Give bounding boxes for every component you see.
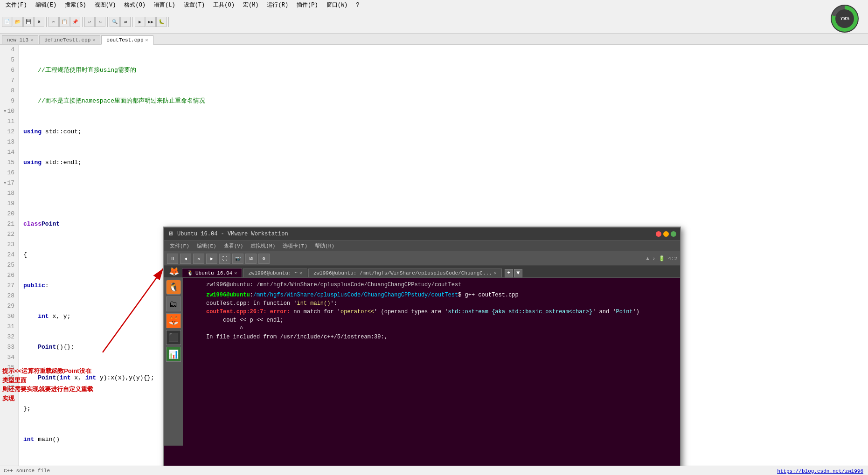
term-cmd-1: $ g++ coutTest.cpp (458, 292, 519, 298)
term-titlebar-path: zw1996@ubuntu: /mnt/hgfs/WinShare/cplusp… (206, 281, 677, 289)
network-percent: 79% (840, 16, 849, 21)
cut-button[interactable]: ✂ (49, 17, 59, 27)
ubuntu-tab-close[interactable]: ✕ (234, 270, 237, 276)
toolbar-run-group: ▶ ▶▶ 🐛 (135, 17, 169, 27)
term-menu-file[interactable]: 文件(F) (167, 241, 192, 250)
term-status-icons: ▲ ♪ 🔋 4:2 (646, 255, 677, 262)
editor-container: 4 5 6 7 8 9 ▼10 11 12 13 14 15 16 ▼17 18… (0, 45, 868, 466)
paste-button[interactable]: 📌 (70, 17, 80, 27)
ubuntu-icon-sidebar: 🦊 (166, 265, 182, 277)
toolbar: 📄 📂 💾 ✖ ✂ 📋 📌 ↩ ↪ 🔍 ⇄ ▶ ▶▶ 🐛 (0, 10, 868, 34)
terminal-toolbar: ⏸ ◀ ↻ ▶ ⛶ 📷 🖥 ⚙ ▲ ♪ 🔋 4:2 (164, 252, 680, 266)
menu-run[interactable]: 运行(R) (263, 0, 292, 10)
term-snapshot-btn[interactable]: 📷 (232, 254, 243, 264)
terminal-titlebar: 🖥 Ubuntu 16.04 - VMware Workstation (164, 227, 680, 241)
term-pause-btn[interactable]: ⏸ (167, 254, 178, 264)
term-line-4: cout << p << endl; (206, 316, 677, 324)
term-new-tab-btn[interactable]: + (505, 269, 513, 277)
term-menu-tabs[interactable]: 选项卡(T) (280, 241, 310, 250)
menu-search[interactable]: 搜索(S) (61, 0, 90, 10)
term-menu-vm[interactable]: 虚拟机(M) (248, 241, 278, 250)
menu-file[interactable]: 文件(F) (2, 0, 31, 10)
new-button[interactable]: 📄 (2, 17, 12, 27)
website-link[interactable]: https://blog.csdn.net/zw1996 (777, 468, 863, 474)
term-next-btn[interactable]: ▶ (206, 254, 217, 264)
menu-format[interactable]: 格式(O) (120, 0, 149, 10)
term-console-btn[interactable]: 🖥 (245, 254, 257, 264)
menu-plugins[interactable]: 插件(P) (293, 0, 322, 10)
undo-button[interactable]: ↩ (84, 17, 95, 27)
terminal-window: 🖥 Ubuntu 16.04 - VMware Workstation 文件(F… (163, 227, 681, 466)
toolbar-edit-group: ✂ 📋 📌 (49, 17, 83, 27)
term-prompt-1: zw1996@ubuntu (206, 292, 250, 298)
term-menu-help[interactable]: 帮助(H) (312, 241, 337, 250)
tab-define-close[interactable]: ✕ (92, 37, 95, 43)
terminal-content[interactable]: zw1996@ubuntu: /mnt/hgfs/WinShare/cplusp… (183, 278, 680, 466)
find-button[interactable]: 🔍 (110, 17, 120, 27)
window-maximize-btn[interactable] (671, 231, 676, 237)
menu-edit[interactable]: 编辑(E) (32, 0, 61, 10)
term-tab-ubuntu[interactable]: 🐧 Ubuntu 16.04 ✕ (182, 268, 242, 277)
debug-button[interactable]: 🐛 (156, 17, 167, 27)
annotation-text: 提示<<运算符重载函数Point没在类型里面则还需要实现就要进行自定义重载实现 (2, 366, 96, 403)
term-tab-path[interactable]: zw1996@ubuntu: /mnt/hgfs/WinShare/cplusp… (308, 268, 502, 277)
open-button[interactable]: 📂 (13, 17, 23, 27)
copy-button[interactable]: 📋 (59, 17, 69, 27)
tab-cout[interactable]: coutTest.cpp ✕ (101, 35, 153, 45)
menu-settings[interactable]: 设置(T) (180, 0, 209, 10)
sidebar-firefox-icon[interactable]: 🦊 (166, 313, 181, 328)
save-button[interactable]: 💾 (23, 17, 34, 27)
ubuntu-tab-icon: 🐧 (187, 270, 194, 276)
term-fullscreen-btn[interactable]: ⛶ (219, 254, 230, 264)
tab-cout-close[interactable]: ✕ (146, 37, 148, 43)
menu-help[interactable]: ? (352, 1, 363, 9)
term-settings-btn[interactable]: ⚙ (258, 254, 270, 264)
window-close-btn[interactable] (656, 231, 661, 237)
terminal-tabs: 🦊 🐧 Ubuntu 16.04 ✕ zw1996@ubuntu: ~ ✕ zw… (164, 266, 680, 278)
term-path-1: /mnt/hgfs/WinShare/cplusplusCode/ChuangC… (253, 292, 458, 298)
terminal-title: Ubuntu 16.04 - VMware Workstation (177, 231, 288, 237)
ubuntu-tab-label: Ubuntu 16.04 (195, 270, 232, 276)
term-prev-btn[interactable]: ◀ (180, 254, 191, 264)
home-tab-close[interactable]: ✕ (299, 270, 302, 276)
statusbar: C++ source file (0, 466, 868, 475)
tab-new-close[interactable]: ✕ (30, 37, 33, 43)
code-line-8 (23, 188, 863, 199)
run-button[interactable]: ▶▶ (146, 17, 156, 27)
sidebar-files-icon[interactable]: 🗂 (166, 296, 181, 311)
term-refresh-btn[interactable]: ↻ (193, 254, 204, 264)
network-indicator: 79% 0K/s 0.1K/s (831, 5, 859, 33)
term-tab-dropdown-btn[interactable]: ▼ (514, 269, 522, 277)
terminal-menubar: 文件(F) 编辑(E) 查看(V) 虚拟机(M) 选项卡(T) 帮助(H) (164, 241, 680, 252)
sidebar-ubuntu-icon[interactable]: 🐧 (166, 280, 181, 295)
term-tab-controls: + ▼ (505, 269, 522, 277)
term-line-2: coutTest.cpp: In function 'int main()': (206, 299, 677, 308)
home-tab-label: zw1996@ubuntu: ~ (248, 270, 298, 276)
compile-button[interactable]: ▶ (135, 17, 145, 27)
term-menu-edit[interactable]: 编辑(E) (194, 241, 219, 250)
term-line-5: ^ (206, 324, 677, 333)
menu-view[interactable]: 视图(V) (91, 0, 120, 10)
tab-new-label: new 1L3 (7, 37, 28, 43)
sidebar-spreadsheet-icon[interactable]: 📊 (166, 347, 181, 362)
close-button[interactable]: ✖ (34, 17, 44, 27)
tab-define-label: defineTestt.cpp (44, 37, 90, 43)
replace-button[interactable]: ⇄ (120, 17, 131, 27)
term-error-label: coutTest.cpp:26:7: error: (206, 309, 290, 315)
window-minimize-btn[interactable] (663, 231, 669, 237)
sidebar-terminal-icon[interactable]: ⬛ (166, 330, 181, 345)
menu-macro[interactable]: 宏(M) (239, 0, 263, 10)
menu-language[interactable]: 语言(L) (150, 0, 179, 10)
term-menu-view[interactable]: 查看(V) (221, 241, 246, 250)
menu-window[interactable]: 窗口(W) (323, 0, 352, 10)
code-line-5: //而不是直接把namespace里面的都声明过来防止重命名情况 (23, 96, 863, 106)
menu-tools[interactable]: 工具(O) (209, 0, 238, 10)
code-line-4: //工程规范使用时直接using需要的 (23, 65, 863, 76)
term-tab-home[interactable]: zw1996@ubuntu: ~ ✕ (243, 268, 307, 277)
vm-icon: 🖥 (168, 230, 174, 237)
tab-new[interactable]: new 1L3 ✕ (2, 35, 38, 44)
network-inner: 79% (835, 9, 854, 28)
redo-button[interactable]: ↪ (95, 17, 105, 27)
tab-define[interactable]: defineTestt.cpp ✕ (39, 35, 100, 44)
path-tab-close[interactable]: ✕ (494, 270, 497, 276)
